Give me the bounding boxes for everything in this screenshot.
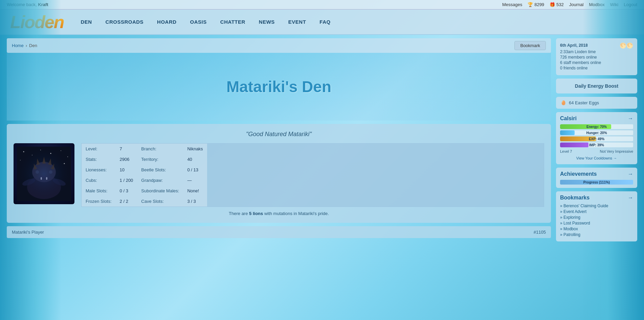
- breadcrumb-home[interactable]: Home: [12, 43, 24, 48]
- hunger-label: Hunger: 20%: [560, 130, 633, 135]
- den-lion-title: "Good Natured Matariki": [14, 131, 544, 138]
- subordinate-males-label: Subordinate Males:: [137, 186, 183, 196]
- lioden-time: 2:33am Lioden time: [560, 49, 633, 54]
- bookmark-item[interactable]: » Patrolling: [560, 232, 580, 237]
- player-label: Matariki's Player: [12, 230, 44, 235]
- cave-slots-value: 3 / 3: [183, 196, 207, 207]
- male-slots-label: Male Slots:: [82, 186, 116, 196]
- bookmark-item[interactable]: » Exploring: [560, 215, 580, 220]
- cubs-value: 1 / 200: [116, 175, 137, 186]
- bookmark-item[interactable]: » Lost Password: [560, 221, 590, 226]
- exp-bar-row: EXP: 49%: [560, 136, 633, 141]
- mutation-notice: There are 5 lions with mutations in Mata…: [14, 211, 544, 216]
- bookmarks-arrow[interactable]: →: [628, 195, 633, 201]
- calsiri-title: Calsiri: [560, 115, 577, 122]
- currency2-icon: 🎁: [550, 2, 555, 7]
- daily-energy-button[interactable]: Daily Energy Boost: [556, 79, 637, 93]
- breadcrumb-separator: ›: [26, 43, 27, 48]
- bookmark-button[interactable]: Bookmark: [514, 41, 546, 50]
- den-info-layout: Level: 7 Branch: Niknaks Stats: 2906 Ter…: [14, 143, 544, 207]
- time-line: 6th April, 2018 🌕🌕: [560, 42, 633, 49]
- eggs-icon: 🥚: [561, 100, 566, 105]
- grandpaw-value: —: [183, 175, 207, 186]
- nav-hoard[interactable]: HOARD: [150, 9, 183, 34]
- currency2-value: 532: [556, 2, 564, 7]
- nav-news[interactable]: NEWS: [252, 9, 282, 34]
- top-bar: Welcome back, Kraft Messages 🏆 8299 🎁 53…: [0, 0, 644, 9]
- nav-bar: Lioden DEN CROSSROADS HOARD OASIS CHATTE…: [0, 9, 644, 35]
- nav-faq[interactable]: FAQ: [313, 9, 337, 34]
- breadcrumb: Home › Den: [12, 43, 37, 48]
- stats-table: Level: 7 Branch: Niknaks Stats: 2906 Ter…: [81, 143, 544, 207]
- grandpaw-label: Grandpaw:: [137, 175, 183, 186]
- mutation-prefix: There are: [229, 211, 248, 216]
- nav-crossroads[interactable]: CROSSROADS: [99, 9, 151, 34]
- territory-value: 40: [183, 154, 207, 165]
- lion-avatar: [14, 143, 74, 204]
- currency1-icon: 🏆: [528, 2, 533, 7]
- mutation-count: 5 lions: [249, 211, 263, 216]
- breadcrumb-bar: Home › Den Bookmark: [7, 38, 551, 53]
- cooldowns-link[interactable]: View Your Cooldowns →: [576, 156, 617, 160]
- hunger-bar: Hunger: 20%: [560, 130, 633, 135]
- beetle-slots-label: Beetle Slots:: [137, 165, 183, 175]
- modbox-link[interactable]: Modbox: [589, 2, 604, 7]
- lion-svg: [17, 147, 71, 201]
- achievements-title: Achievements: [560, 171, 597, 177]
- top-bar-right: Messages 🏆 8299 🎁 532 Journal Modbox Wik…: [502, 2, 637, 7]
- table-row: Male Slots: 0 / 3 Subordinate Males: Non…: [82, 186, 207, 196]
- journal-link[interactable]: Journal: [569, 2, 584, 7]
- username: Kraft: [38, 2, 48, 7]
- breadcrumb-den: Den: [29, 43, 37, 48]
- cubs-label: Cubs:: [82, 175, 116, 186]
- achievements-bar: Progress (111%): [560, 180, 633, 185]
- sidebar-info-box: 6th April, 2018 🌕🌕 2:33am Lioden time 72…: [556, 38, 637, 75]
- energy-bar: Energy: 70%: [560, 124, 633, 129]
- cave-slots-label: Cave Slots:: [137, 196, 183, 207]
- calsiri-rating: Not Very Impressive: [600, 149, 633, 153]
- calsiri-footer: Level 7 Not Very Impressive: [560, 149, 633, 153]
- messages-link[interactable]: Messages: [502, 2, 522, 7]
- logo: Lioden: [10, 13, 64, 31]
- player-id: #1105: [534, 230, 546, 235]
- welcome-message: Welcome back, Kraft: [7, 2, 48, 7]
- stats-label: Stats:: [82, 154, 116, 165]
- frozen-slots-value: 2 / 2: [116, 196, 137, 207]
- calsiri-level: Level 7: [560, 149, 572, 153]
- nav-links: DEN CROSSROADS HOARD OASIS CHATTER NEWS …: [74, 9, 337, 34]
- currency2: 🎁 532: [550, 2, 564, 7]
- level-label: Level:: [82, 144, 116, 154]
- achievements-progress: Progress (111%): [560, 180, 633, 185]
- table-row: Stats: 2906 Territory: 40: [82, 154, 207, 165]
- den-info-box: "Good Natured Matariki": [7, 124, 551, 223]
- energy-label: Energy: 70%: [560, 124, 633, 129]
- table-row: Cubs: 1 / 200 Grandpaw: —: [82, 175, 207, 186]
- frozen-slots-label: Frozen Slots:: [82, 196, 116, 207]
- beetle-slots-value: 0 / 13: [183, 165, 207, 175]
- table-row: Frozen Slots: 2 / 2 Cave Slots: 3 / 3: [82, 196, 207, 207]
- staff-online: 6 staff members online: [560, 60, 633, 65]
- calsiri-section: Calsiri → Energy: 70% Hunger: 20% EXP:: [556, 112, 637, 164]
- nav-event[interactable]: EVENT: [282, 9, 313, 34]
- eggs-count: 64 Easter Eggs: [569, 100, 599, 105]
- branch-label: Branch:: [137, 144, 183, 154]
- currency1: 🏆 8299: [528, 2, 544, 7]
- den-title: Matariki's Den: [226, 78, 331, 96]
- calsiri-arrow[interactable]: →: [628, 115, 633, 122]
- nav-oasis[interactable]: OASIS: [183, 9, 214, 34]
- nav-chatter[interactable]: CHATTER: [214, 9, 252, 34]
- imp-label: IMP: 39%: [560, 143, 633, 147]
- wiki-link[interactable]: Wiki: [610, 2, 619, 7]
- bookmark-item[interactable]: » Modbox: [560, 227, 578, 231]
- logout-link[interactable]: Logout: [624, 2, 637, 7]
- achievements-arrow[interactable]: →: [628, 171, 633, 177]
- nav-den[interactable]: DEN: [74, 9, 98, 34]
- members-online: 726 members online: [560, 55, 633, 60]
- table-row: Level: 7 Branch: Niknaks: [82, 144, 207, 154]
- bookmark-item[interactable]: » Event Advert: [560, 209, 586, 214]
- bookmark-item[interactable]: » Berenos' Claiming Guide: [560, 204, 608, 208]
- calsiri-header: Calsiri →: [560, 115, 633, 122]
- exp-bar: EXP: 49%: [560, 136, 633, 141]
- player-footer: Matariki's Player #1105: [7, 226, 551, 238]
- bookmark-list: » Berenos' Claiming Guide» Event Advert»…: [560, 204, 633, 237]
